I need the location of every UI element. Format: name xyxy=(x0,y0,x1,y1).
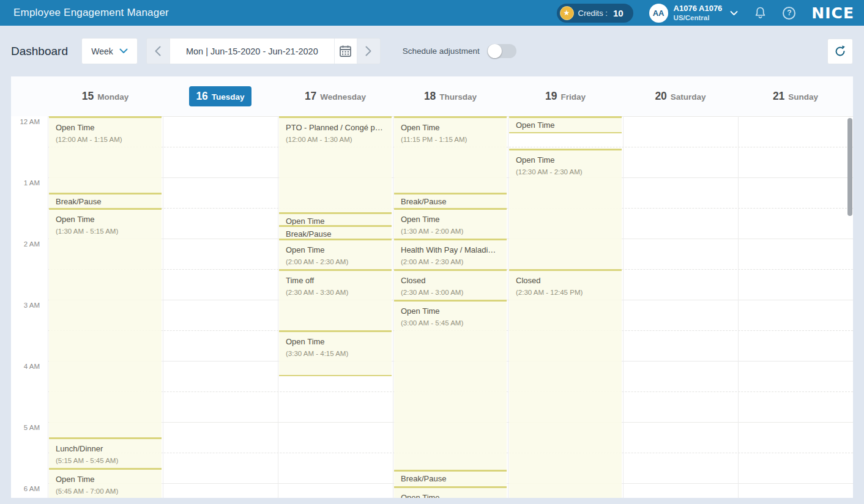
schedule-adjustment-control: Schedule adjustment xyxy=(403,44,516,58)
time-label: 6 AM xyxy=(24,485,40,492)
schedule-event[interactable]: Open Time (1:30 AM - 5:15 AM) xyxy=(49,208,162,437)
schedule-event[interactable]: Health With Pay / Maladie (... (2:00 AM … xyxy=(394,239,507,269)
event-title: Closed xyxy=(401,275,500,287)
event-time: (1:30 AM - 2:00 AM) xyxy=(401,228,500,235)
user-timezone: US/Central xyxy=(674,13,723,22)
day-header-tuesday[interactable]: 16 Tuesday xyxy=(163,86,278,106)
top-header: Employee Engagement Manager ★ Credits : … xyxy=(0,0,864,26)
next-week-button[interactable] xyxy=(357,39,380,64)
event-title: Health With Pay / Maladie (... xyxy=(401,245,500,256)
event-title: Break/Pause xyxy=(401,473,500,485)
event-time: (2:00 AM - 2:30 AM) xyxy=(286,258,385,265)
event-time: (3:30 AM - 4:15 AM) xyxy=(286,350,385,357)
event-title: Open Time xyxy=(56,474,155,486)
schedule-event[interactable]: Lunch/Dinner (5:15 AM - 5:45 AM) xyxy=(49,437,162,468)
schedule-event[interactable]: Open Time (3:00 AM - 5:45 AM) xyxy=(394,300,507,470)
day-header-sunday[interactable]: 21 Sunday xyxy=(738,86,853,106)
event-time: (2:30 AM - 12:45 PM) xyxy=(516,289,615,296)
schedule-event[interactable]: Closed (2:30 AM - 3:00 AM) xyxy=(394,269,507,300)
schedule-event[interactable]: Open Time (3:30 AM - 4:15 AM) xyxy=(279,330,392,376)
schedule-event[interactable]: Open Time (12:30 AM - 2:30 AM) xyxy=(509,149,622,269)
day-header-thursday[interactable]: 18 Thursday xyxy=(393,86,508,106)
event-title: Open Time xyxy=(286,245,385,256)
refresh-button[interactable] xyxy=(827,39,853,64)
day-column-tuesday xyxy=(163,116,278,498)
schedule-event[interactable]: Time off (2:30 AM - 3:30 AM) xyxy=(279,269,392,330)
event-title: Open Time xyxy=(401,306,500,317)
day-column-saturday xyxy=(623,116,738,498)
schedule-adjustment-label: Schedule adjustment xyxy=(403,46,480,56)
event-title: PTO - Planned / Congé pay'é... xyxy=(286,122,385,134)
day-header-row: 15 Monday 16 Tuesday 17 Wednesday 18 Thu… xyxy=(11,76,853,116)
app-title: Employee Engagement Manager xyxy=(13,7,169,19)
day-number: 21 xyxy=(773,90,784,103)
calendar-icon[interactable] xyxy=(334,39,357,64)
schedule-event[interactable]: Break/Pause xyxy=(49,193,162,208)
schedule-event[interactable]: Open Time (2:00 AM - 2:30 AM) xyxy=(279,239,392,269)
schedule-event[interactable]: Open Time xyxy=(509,116,622,133)
event-time: (3:00 AM - 5:45 AM) xyxy=(401,319,500,327)
event-time: (12:00 AM - 1:30 AM) xyxy=(286,136,385,143)
schedule-event[interactable]: Open Time xyxy=(279,212,392,226)
day-header-monday[interactable]: 15 Monday xyxy=(48,86,163,106)
event-title: Open Time xyxy=(56,122,155,134)
day-column-wednesday: PTO - Planned / Congé pay'é... (12:00 AM… xyxy=(278,116,393,498)
time-label: 4 AM xyxy=(24,363,40,370)
notifications-bell-icon[interactable] xyxy=(754,6,767,20)
user-name: A1076 A1076 xyxy=(674,4,723,13)
credits-label: Credits : xyxy=(578,9,608,18)
event-time: (1:30 AM - 5:15 AM) xyxy=(56,228,155,235)
schedule-event[interactable]: Open Time (11:15 PM - 1:15 AM) xyxy=(394,116,507,193)
chevron-left-icon xyxy=(155,46,161,56)
date-range-picker[interactable]: Mon | Jun-15-2020 - Jun-21-2020 xyxy=(169,39,357,64)
event-title: Time off xyxy=(286,275,385,287)
help-icon[interactable]: ? xyxy=(783,7,795,20)
day-name: Monday xyxy=(97,92,128,102)
day-number: 19 xyxy=(545,90,557,103)
time-label: 5 AM xyxy=(24,424,40,431)
time-label: 12 AM xyxy=(20,118,40,125)
day-number: 16 xyxy=(196,90,207,103)
view-select-value: Week xyxy=(91,46,113,56)
schedule-event[interactable]: Open Time xyxy=(394,486,507,498)
event-title: Open Time xyxy=(56,214,155,226)
schedule-event[interactable]: Break/Pause xyxy=(279,225,392,239)
event-title: Break/Pause xyxy=(286,229,385,239)
event-title: Open Time xyxy=(401,122,500,134)
credits-value: 10 xyxy=(613,8,624,18)
chevron-down-icon xyxy=(730,10,738,16)
schedule-adjustment-toggle[interactable] xyxy=(487,44,516,58)
star-icon: ★ xyxy=(560,6,574,20)
event-title: Lunch/Dinner xyxy=(56,443,155,455)
event-title: Break/Pause xyxy=(56,196,155,208)
day-number: 20 xyxy=(655,90,666,103)
day-name: Saturday xyxy=(671,92,706,102)
day-name: Friday xyxy=(560,92,586,102)
event-time: (2:30 AM - 3:30 AM) xyxy=(286,289,385,296)
event-time: (2:00 AM - 2:30 AM) xyxy=(401,258,500,265)
event-time: (5:45 AM - 7:00 AM) xyxy=(56,487,155,495)
vertical-scrollbar[interactable] xyxy=(847,118,852,216)
day-name: Wednesday xyxy=(320,92,366,102)
day-header-wednesday[interactable]: 17 Wednesday xyxy=(278,86,393,106)
chevron-right-icon xyxy=(365,46,371,56)
credits-pill[interactable]: ★ Credits : 10 xyxy=(557,4,633,23)
view-select[interactable]: Week xyxy=(81,38,138,64)
schedule-event[interactable]: Closed (2:30 AM - 12:45 PM) xyxy=(509,269,622,498)
schedule-event[interactable]: Open Time (5:45 AM - 7:00 AM) xyxy=(49,468,162,498)
user-menu[interactable]: AA A1076 A1076 US/Central xyxy=(649,4,739,23)
schedule-event[interactable]: Open Time (1:30 AM - 2:00 AM) xyxy=(394,208,507,239)
day-number: 17 xyxy=(305,90,316,103)
day-header-friday[interactable]: 19 Friday xyxy=(508,86,623,106)
day-header-saturday[interactable]: 20 Saturday xyxy=(623,86,738,106)
day-column-monday: Open Time (12:00 AM - 1:15 AM) Break/Pau… xyxy=(48,116,163,498)
schedule-event[interactable]: Break/Pause xyxy=(394,470,507,486)
avatar: AA xyxy=(649,4,668,23)
schedule-event[interactable]: PTO - Planned / Congé pay'é... (12:00 AM… xyxy=(279,116,392,212)
schedule-event[interactable]: Break/Pause xyxy=(394,193,507,208)
page-title: Dashboard xyxy=(11,45,68,58)
event-time: (12:00 AM - 1:15 AM) xyxy=(56,136,155,143)
schedule-event[interactable]: Open Time (12:00 AM - 1:15 AM) xyxy=(49,116,162,193)
previous-week-button[interactable] xyxy=(147,39,169,64)
time-label: 2 AM xyxy=(24,240,40,248)
